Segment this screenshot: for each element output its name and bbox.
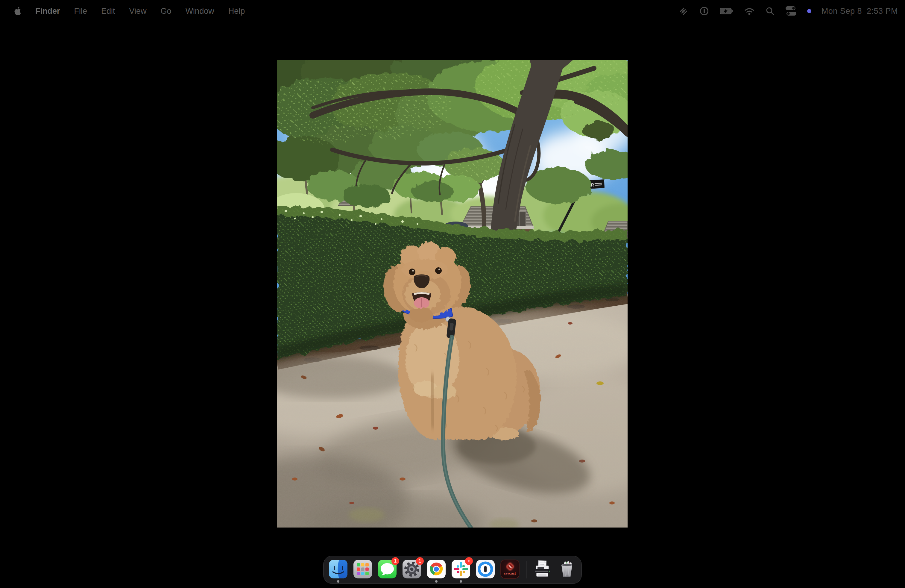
one-password-menu-icon[interactable] <box>699 6 710 16</box>
finder-running-dot <box>337 580 340 583</box>
spotlight-search-icon[interactable] <box>765 6 775 16</box>
dock-finder-icon[interactable] <box>328 556 348 584</box>
menu-view[interactable]: View <box>129 6 147 16</box>
dock-raycast-icon[interactable]: raycast <box>500 556 520 584</box>
settings-badge: 1 <box>416 557 424 565</box>
dock-launchpad-icon[interactable] <box>353 556 373 584</box>
menu-go[interactable]: Go <box>161 6 171 16</box>
dock-settings-icon[interactable]: 1 <box>402 556 422 584</box>
striped-capture-icon[interactable] <box>678 6 689 16</box>
chrome-running-dot <box>435 580 438 583</box>
recording-indicator-dot[interactable] <box>807 9 811 13</box>
dock-printer-icon[interactable] <box>532 556 552 584</box>
dock-slack-icon[interactable]: • <box>451 556 471 584</box>
messages-badge: 1 <box>391 557 399 565</box>
menu-status-area: Mon Sep 8 2:53 PM <box>678 5 898 17</box>
menu-window[interactable]: Window <box>186 6 214 16</box>
dock-1password-icon[interactable] <box>476 556 495 584</box>
dock-trash-icon[interactable] <box>557 556 577 584</box>
menu-app-name[interactable]: Finder <box>35 6 60 16</box>
app-menus: Finder File Edit View Go Window Help <box>35 6 245 16</box>
dock-chrome-icon[interactable] <box>427 556 446 584</box>
photo-preview: 10TH TER <box>277 60 627 528</box>
battery-charging-icon[interactable] <box>720 6 734 16</box>
menu-help[interactable]: Help <box>229 6 245 16</box>
raycast-wordmark: raycast <box>500 572 520 575</box>
dock-separator <box>526 561 526 578</box>
dock: 1 1 <box>323 556 582 584</box>
dock-messages-icon[interactable]: 1 <box>377 556 397 584</box>
apple-menu-icon[interactable] <box>13 6 22 16</box>
menu-clock[interactable]: Mon Sep 8 2:53 PM <box>821 6 898 16</box>
slack-running-dot <box>460 580 462 583</box>
desktop: Finder File Edit View Go Window Help <box>0 0 905 588</box>
menu-bar: Finder File Edit View Go Window Help <box>0 0 905 22</box>
menu-file[interactable]: File <box>74 6 87 16</box>
wifi-icon[interactable] <box>744 6 755 16</box>
control-center-icon[interactable] <box>785 5 797 17</box>
menu-edit[interactable]: Edit <box>101 6 115 16</box>
slack-badge: • <box>465 557 473 565</box>
